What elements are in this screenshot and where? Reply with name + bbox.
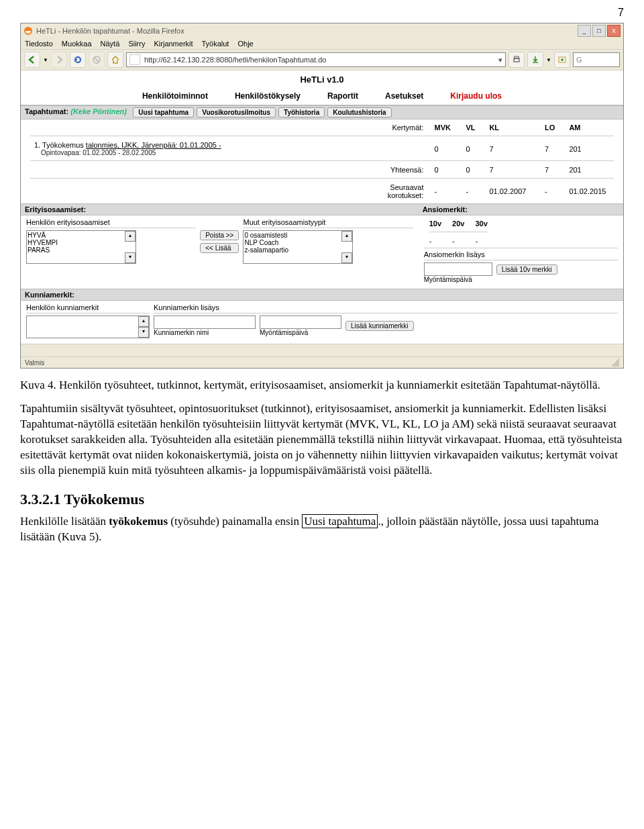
browser-menubar[interactable]: Tiedosto Muokkaa Näytä Siirry Kirjanmerk… <box>21 38 623 50</box>
kunnia-right-label: Kunniamerkin lisäys <box>154 303 618 311</box>
print-dropdown-icon[interactable]: ▼ <box>546 57 551 63</box>
resize-grip-icon[interactable] <box>611 358 619 367</box>
kunnia-name-label: Kunniamerkin nimi <box>154 329 256 336</box>
kunnia-panel-head: Kunniamerkit: <box>21 289 623 301</box>
nav-raportit[interactable]: Raportit <box>327 91 358 101</box>
ansiomerkin-lisays-label: Ansiomerkin lisäys <box>424 250 618 258</box>
ansio-val-30: - <box>470 236 492 246</box>
event-link[interactable]: talonmies, IJKK, Järvenpää: 01.01.2005 - <box>86 141 221 149</box>
next-lo: - <box>539 182 564 201</box>
svg-line-2 <box>95 58 99 62</box>
menu-edit[interactable]: Muokkaa <box>62 40 92 48</box>
col-kl: KL <box>484 122 539 133</box>
list-item[interactable]: NLP Coach <box>244 239 352 246</box>
kunnia-date-input[interactable] <box>260 315 341 329</box>
uusi-tapahtuma-button[interactable]: Uusi tapahtuma <box>133 107 194 117</box>
val-mvk: 0 <box>429 140 460 158</box>
ansio-val-20: - <box>447 236 470 246</box>
val-am: 201 <box>564 140 619 158</box>
newtab-button[interactable] <box>554 52 570 68</box>
menu-bookmarks[interactable]: Kirjanmerkit <box>154 40 193 48</box>
search-field[interactable]: G <box>573 52 620 67</box>
list-item[interactable]: HYVÄ <box>28 232 135 239</box>
current-user[interactable]: (Keke Pöntinen) <box>70 107 127 115</box>
erityis-left-list[interactable]: HYVÄ HYVEMPI PARAS ▴▾ <box>26 230 136 264</box>
list-item[interactable]: 0 osaamistesti <box>244 232 352 239</box>
kunnia-name-input[interactable] <box>154 315 256 329</box>
kunnia-list[interactable]: ▴▾ <box>26 315 150 338</box>
val-lo: 7 <box>539 140 564 158</box>
ansio-date-input[interactable] <box>424 262 492 276</box>
forward-button[interactable] <box>51 52 67 68</box>
url-field[interactable]: ▾ <box>126 52 506 67</box>
menu-go[interactable]: Siirry <box>128 40 145 48</box>
col-vl: VL <box>460 122 484 133</box>
ansio-val-10: - <box>424 236 447 246</box>
page-icon <box>129 54 140 65</box>
menu-view[interactable]: Näytä <box>101 40 120 48</box>
nav-henkilotoiminnot[interactable]: Henkilötoiminnot <box>142 91 208 101</box>
col-mvk: MVK <box>429 122 460 133</box>
vuosikorotusilmoitus-button[interactable]: Vuosikorotusilmoitus <box>197 107 276 117</box>
page-number: 7 <box>20 7 624 19</box>
figure-caption: Kuva 4. Henkilön työsuhteet, tutkinnot, … <box>20 378 624 393</box>
lisaa-button[interactable]: << Lisää <box>200 243 239 253</box>
tyohistoria-button[interactable]: Työhistoria <box>278 107 325 117</box>
scroll-down-icon[interactable]: ▾ <box>138 327 149 338</box>
col-lo: LO <box>539 122 564 133</box>
print-button[interactable] <box>508 52 525 68</box>
back-dropdown-icon[interactable]: ▼ <box>43 57 48 63</box>
scroll-up-icon[interactable]: ▴ <box>125 231 136 242</box>
menu-file[interactable]: Tiedosto <box>25 40 53 48</box>
nav-asetukset[interactable]: Asetukset <box>385 91 423 101</box>
myontamispaiva-label: Myöntämispäivä <box>424 276 618 283</box>
list-item[interactable]: PARAS <box>28 246 135 254</box>
window-title: HeTLi - Henkilön tapahtumat - Mozilla Fi… <box>36 27 578 35</box>
next-vl: - <box>460 182 484 201</box>
scroll-up-icon[interactable]: ▴ <box>138 316 149 327</box>
erityis-right-label: Muut erityisosaamistyypit <box>243 218 413 226</box>
window-minimize-button[interactable]: _ <box>578 25 591 37</box>
scroll-down-icon[interactable]: ▾ <box>341 252 352 263</box>
list-item[interactable]: z-salamapartio <box>244 246 352 254</box>
menu-tools[interactable]: Työkalut <box>201 40 229 48</box>
scroll-down-icon[interactable]: ▾ <box>125 252 136 263</box>
ansio-10v: 10v <box>424 218 447 229</box>
next-mvk: - <box>429 182 460 201</box>
tot-am: 201 <box>564 164 619 175</box>
window-close-button[interactable]: X <box>607 25 621 37</box>
stop-button[interactable] <box>89 52 105 68</box>
ansio-panel-head: Ansiomerkit: <box>419 203 623 215</box>
nav-henkilostokysely[interactable]: Henkilöstökysely <box>235 91 301 101</box>
event-sub: Opintovapaa: 01.02.2005 - 28.02.2005 <box>34 149 423 156</box>
poista-button[interactable]: Poista >> <box>200 230 239 240</box>
erityis-panel-head: Erityisosaamiset: <box>21 203 419 215</box>
list-item[interactable]: HYVEMPI <box>28 239 135 246</box>
body-paragraph-2: Henkilölle lisätään työkokemus (työsuhde… <box>20 514 624 545</box>
firefox-window: HeTLi - Henkilön tapahtumat - Mozilla Fi… <box>20 23 624 369</box>
svg-rect-3 <box>514 58 519 62</box>
tot-lo: 7 <box>539 164 564 175</box>
back-button[interactable] <box>24 52 40 68</box>
val-kl: 7 <box>484 140 539 158</box>
lisaa-10v-button[interactable]: Lisää 10v merkki <box>496 264 557 275</box>
nav-logout[interactable]: Kirjaudu ulos <box>450 91 502 101</box>
val-vl: 0 <box>460 140 484 158</box>
menu-help[interactable]: Ohje <box>237 40 253 48</box>
url-input[interactable] <box>143 55 496 64</box>
scroll-up-icon[interactable]: ▴ <box>341 231 352 242</box>
event-index: 1. <box>34 141 40 149</box>
koulutushistoria-button[interactable]: Koulutushistoria <box>327 107 391 117</box>
reload-button[interactable] <box>70 52 86 68</box>
downloads-button[interactable] <box>527 52 543 68</box>
col-am: AM <box>564 122 619 133</box>
lisaa-kunniamerkki-button[interactable]: Lisää kunniamerkki <box>345 321 414 331</box>
window-maximize-button[interactable]: □ <box>592 25 606 37</box>
home-button[interactable] <box>107 52 123 68</box>
erityis-right-list[interactable]: 0 osaamistesti NLP Coach z-salamapartio … <box>243 230 353 264</box>
kertymat-label: Kertymät: <box>370 122 429 133</box>
erityis-left-label: Henkilön erityisosaamiset <box>26 218 196 226</box>
seuraavat-label: Seuraavat korotukset: <box>370 182 429 201</box>
url-dropdown-icon[interactable]: ▾ <box>498 56 502 64</box>
ansio-20v: 20v <box>447 218 470 229</box>
